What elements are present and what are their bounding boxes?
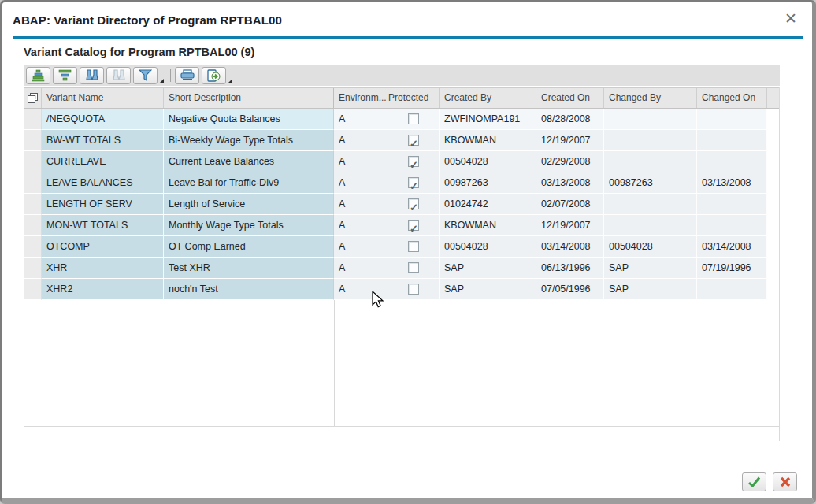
confirm-check-icon [747, 476, 761, 487]
column-header-variant-name[interactable]: Variant Name [42, 88, 164, 108]
row-selector[interactable] [24, 172, 42, 194]
table-row[interactable]: MON-WT TOTALS Monthly Wage Type Totals A… [24, 215, 779, 236]
table-row[interactable]: BW-WT TOTALS Bi-Weekly Wage Type Totals … [24, 130, 779, 151]
row-selector[interactable] [24, 194, 42, 215]
export-dropdown-arrow[interactable] [228, 79, 232, 83]
filter-button[interactable] [133, 67, 158, 84]
row-selector[interactable] [24, 215, 42, 236]
table-row[interactable]: LEAVE BALANCES Leave Bal for Traffic-Div… [24, 172, 779, 194]
print-button[interactable] [175, 67, 199, 84]
select-all-button[interactable] [24, 88, 42, 108]
column-header-changed-on[interactable]: Changed On [697, 88, 767, 108]
sort-descending-icon [58, 69, 72, 82]
sort-descending-button[interactable] [53, 67, 77, 84]
cancel-button[interactable] [773, 472, 797, 491]
catalog-heading: Variant Catalog for Program RPTBAL00 (9) [24, 46, 254, 58]
table-row[interactable]: XHR2 noch'n Test A SAP 07/05/1996 SAP [24, 279, 779, 300]
variant-table: Variant Name Short Description Environm.… [24, 87, 780, 441]
protected-checkbox[interactable] [408, 241, 419, 252]
table-row[interactable]: /NEGQUOTA Negative Quota Balances A ZWFI… [24, 109, 779, 130]
find-icon [86, 69, 98, 81]
grid-scrollbar-track [24, 426, 779, 439]
print-icon [180, 69, 195, 81]
row-selector[interactable] [24, 236, 42, 258]
find-button[interactable] [80, 67, 104, 84]
row-selector[interactable] [24, 258, 42, 279]
column-header-short-description[interactable]: Short Description [164, 88, 334, 108]
column-header-created-by[interactable]: Created By [440, 88, 536, 108]
confirm-button[interactable] [742, 472, 766, 491]
grid-toolbar [24, 65, 780, 86]
protected-checkbox[interactable] [408, 220, 419, 231]
table-row[interactable]: XHR Test XHR A SAP 06/13/1996 SAP 07/19/… [24, 258, 779, 279]
protected-checkbox[interactable] [408, 113, 419, 124]
table-header-row: Variant Name Short Description Environm.… [24, 87, 779, 109]
export-icon [207, 69, 221, 82]
protected-checkbox[interactable] [408, 284, 419, 295]
table-row[interactable]: OTCOMP OT Comp Earned A 00504028 03/14/2… [24, 236, 779, 258]
variant-directory-dialog: ABAP: Variant Directory of Program RPTBA… [0, 0, 816, 504]
column-header-changed-by[interactable]: Changed By [604, 88, 697, 108]
column-header-protected[interactable]: Protected [388, 88, 440, 108]
row-selector[interactable] [24, 109, 42, 130]
export-button[interactable] [202, 67, 226, 84]
sort-ascending-icon [32, 69, 45, 82]
title-separator [13, 36, 803, 39]
protected-checkbox[interactable] [408, 262, 419, 273]
row-selector[interactable] [24, 130, 42, 151]
cancel-cross-icon [780, 476, 791, 487]
filter-icon [139, 69, 152, 81]
find-next-icon [113, 69, 125, 81]
column-header-created-on[interactable]: Created On [536, 88, 604, 108]
row-selector[interactable] [24, 151, 42, 172]
row-selector[interactable] [24, 279, 42, 300]
protected-checkbox[interactable] [408, 135, 419, 146]
find-next-button [106, 67, 131, 84]
column-header-stub [767, 88, 779, 108]
column-header-environment[interactable]: Environm... [334, 88, 388, 108]
dialog-title: ABAP: Variant Directory of Program RPTBA… [13, 13, 282, 27]
sort-ascending-button[interactable] [26, 67, 50, 84]
close-icon[interactable]: ✕ [782, 10, 799, 28]
protected-checkbox[interactable] [408, 198, 419, 209]
toolbar-separator [170, 69, 171, 82]
table-row[interactable]: LENGTH OF SERV Length of Service A 01024… [24, 194, 779, 215]
dialog-actions [742, 472, 797, 491]
protected-checkbox[interactable] [408, 156, 419, 167]
select-all-icon [28, 93, 38, 103]
frozen-column-divider [334, 300, 335, 426]
grid-empty-area [24, 300, 779, 426]
filter-dropdown-arrow[interactable] [159, 79, 164, 83]
protected-checkbox[interactable] [408, 177, 419, 188]
table-row[interactable]: CURRLEAVE Current Leave Balances A 00504… [24, 151, 779, 172]
